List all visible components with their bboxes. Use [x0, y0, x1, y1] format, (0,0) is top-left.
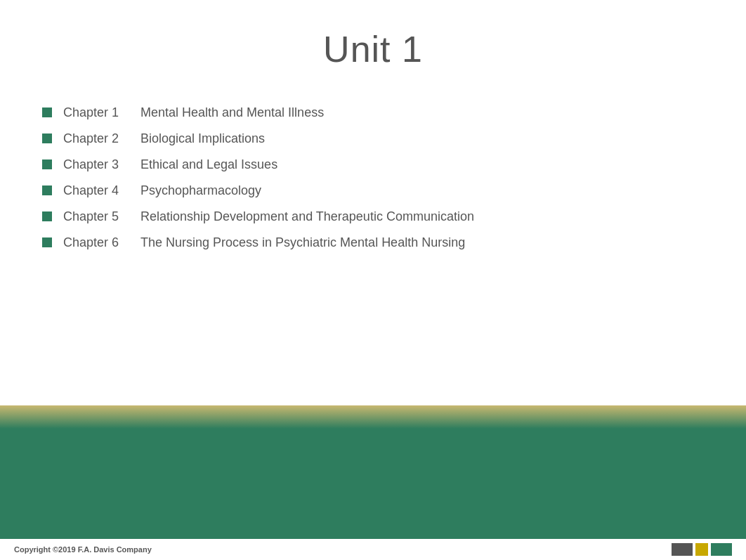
logo-box-gold	[695, 543, 708, 556]
chapter-label: Chapter 2	[63, 131, 140, 146]
bullet-icon	[42, 211, 52, 221]
bullet-icon	[42, 237, 52, 247]
logo-area	[672, 543, 732, 556]
logo-box-dark	[672, 543, 693, 556]
list-item: Chapter 1Mental Health and Mental Illnes…	[42, 105, 704, 120]
bullet-icon	[42, 159, 52, 169]
bullet-icon	[42, 185, 52, 195]
copyright-text: Copyright ©2019 F.A. Davis Company	[14, 545, 152, 554]
chapter-title: The Nursing Process in Psychiatric Menta…	[140, 235, 465, 250]
chapter-title: Mental Health and Mental Illness	[140, 105, 324, 120]
chapter-label: Chapter 1	[63, 105, 140, 120]
title-area: Unit 1	[42, 14, 704, 105]
page-title: Unit 1	[42, 28, 704, 70]
chapter-label: Chapter 5	[63, 209, 140, 224]
main-content: Unit 1 Chapter 1Mental Health and Mental…	[0, 0, 746, 250]
chapter-title: Psychopharmacology	[140, 183, 261, 198]
chapter-title: Biological Implications	[140, 131, 265, 146]
list-item: Chapter 6The Nursing Process in Psychiat…	[42, 235, 704, 250]
bottom-bar	[0, 405, 746, 560]
chapter-title: Relationship Development and Therapeutic…	[140, 209, 474, 224]
chapter-label: Chapter 3	[63, 157, 140, 172]
footer-bar: Copyright ©2019 F.A. Davis Company	[0, 539, 746, 560]
list-item: Chapter 4Psychopharmacology	[42, 183, 704, 198]
chapter-title: Ethical and Legal Issues	[140, 157, 277, 172]
chapter-label: Chapter 6	[63, 235, 140, 250]
chapter-list: Chapter 1Mental Health and Mental Illnes…	[42, 105, 704, 250]
bullet-icon	[42, 108, 52, 117]
list-item: Chapter 3Ethical and Legal Issues	[42, 157, 704, 172]
chapter-label: Chapter 4	[63, 183, 140, 198]
list-item: Chapter 2Biological Implications	[42, 131, 704, 146]
bullet-icon	[42, 134, 52, 143]
logo-box-green	[711, 543, 732, 556]
list-item: Chapter 5Relationship Development and Th…	[42, 209, 704, 224]
